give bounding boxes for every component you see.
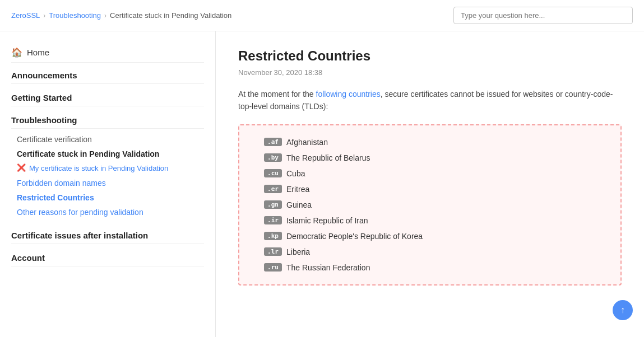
country-name: Cuba [286, 169, 305, 178]
list-item: .cuCuba [264, 166, 607, 181]
header: ZeroSSL › Troubleshooting › Certificate … [0, 0, 644, 31]
country-name: Afghanistan [286, 138, 328, 147]
page-description: At the moment for the following countrie… [238, 88, 622, 113]
country-name: Islamic Republic of Iran [286, 216, 368, 225]
home-icon: 🏠 [11, 47, 22, 58]
list-item: .kpDemocratic People's Republic of Korea [264, 228, 607, 244]
page-date: November 30, 2020 18:38 [238, 68, 622, 77]
sidebar: 🏠 Home Announcements Getting Started Tro… [0, 31, 216, 337]
sidebar-item-restricted[interactable]: Restricted Countries [11, 190, 204, 205]
breadcrumb-current: Certificate stuck in Pending Validation [110, 11, 231, 20]
sidebar-section-account[interactable]: Account [11, 247, 204, 266]
list-item: .lrLiberia [264, 244, 607, 260]
breadcrumb-sep1: › [43, 12, 45, 20]
country-tld: .af [264, 138, 282, 146]
layout: 🏠 Home Announcements Getting Started Tro… [0, 31, 644, 337]
sidebar-section-installation[interactable]: Certificate issues after installation [11, 225, 204, 244]
breadcrumb: ZeroSSL › Troubleshooting › Certificate … [11, 11, 231, 20]
following-countries-link[interactable]: following countries [316, 90, 381, 99]
sidebar-my-cert-link[interactable]: My certificate is stuck in Pending Valid… [29, 163, 168, 174]
country-tld: .cu [264, 169, 282, 177]
country-list: .afAfghanistan.byThe Republic of Belarus… [253, 134, 607, 275]
sidebar-item-home[interactable]: 🏠 Home [11, 43, 204, 63]
breadcrumb-parent[interactable]: Troubleshooting [49, 11, 101, 20]
country-tld: .gn [264, 200, 282, 209]
x-icon: ❌ [17, 163, 26, 172]
scroll-to-top-button[interactable]: ↑ [613, 300, 633, 320]
country-tld: .er [264, 185, 282, 193]
country-name: Liberia [286, 247, 310, 256]
sidebar-section-troubleshooting[interactable]: Troubleshooting [11, 110, 204, 129]
sidebar-section-getting-started[interactable]: Getting Started [11, 87, 204, 106]
list-item: .byThe Republic of Belarus [264, 150, 607, 166]
breadcrumb-home[interactable]: ZeroSSL [11, 11, 40, 20]
list-item: .afAfghanistan [264, 134, 607, 150]
country-tld: .lr [264, 247, 282, 256]
sidebar-item-cert-verification[interactable]: Certificate verification [11, 132, 204, 147]
sidebar-item-forbidden[interactable]: Forbidden domain names [11, 176, 204, 190]
country-tld: .by [264, 153, 282, 162]
country-name: Guinea [286, 200, 312, 209]
country-box: .afAfghanistan.byThe Republic of Belarus… [238, 124, 622, 285]
country-tld: .ru [264, 263, 282, 272]
sidebar-item-my-cert[interactable]: ❌ My certificate is stuck in Pending Val… [11, 161, 204, 176]
country-name: The Republic of Belarus [286, 153, 370, 162]
sidebar-section-announcements[interactable]: Announcements [11, 65, 204, 84]
list-item: .gnGuinea [264, 197, 607, 213]
country-name: The Russian Federation [286, 263, 370, 272]
search-input[interactable] [453, 7, 633, 24]
country-name: Democratic People's Republic of Korea [286, 232, 423, 241]
page-title: Restricted Countries [238, 48, 622, 64]
list-item: .irIslamic Republic of Iran [264, 213, 607, 228]
country-tld: .ir [264, 216, 282, 224]
list-item: .ruThe Russian Federation [264, 260, 607, 275]
breadcrumb-sep2: › [104, 12, 106, 20]
main-content: Restricted Countries November 30, 2020 1… [216, 31, 644, 337]
sidebar-item-cert-pending[interactable]: Certificate stuck in Pending Validation [11, 147, 204, 161]
country-tld: .kp [264, 232, 282, 240]
list-item: .erEritrea [264, 181, 607, 197]
sidebar-home-label: Home [27, 48, 49, 57]
country-name: Eritrea [286, 185, 309, 194]
sidebar-item-other-reasons[interactable]: Other reasons for pending validation [11, 205, 204, 219]
